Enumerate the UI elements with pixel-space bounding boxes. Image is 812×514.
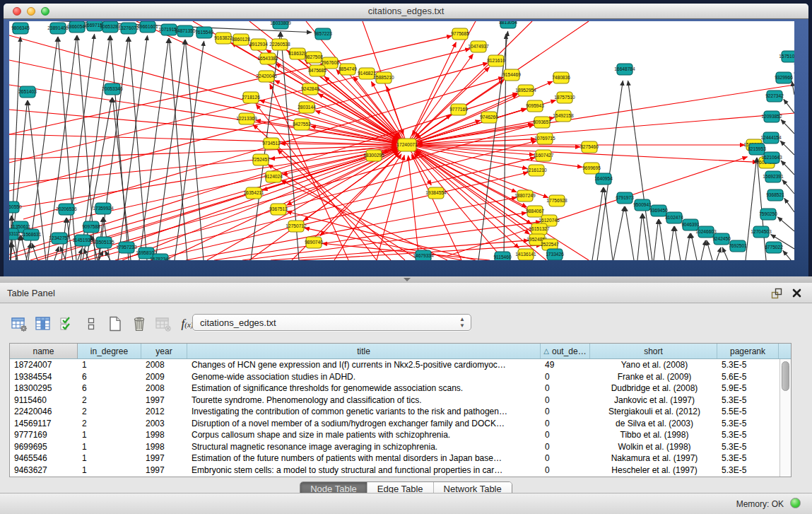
teal-node[interactable]: 8215953 — [748, 144, 766, 155]
yellow-node[interactable]: 8121610 — [487, 55, 505, 66]
yellow-node[interactable]: 10769715 — [534, 133, 555, 144]
table-row[interactable]: 1872400712008Changes of HCN gene express… — [10, 359, 779, 371]
yellow-node[interactable]: 7252457 — [252, 154, 270, 165]
yellow-node[interactable]: 9367513 — [269, 204, 288, 215]
divider-grip-icon[interactable] — [404, 278, 411, 281]
yellow-node[interactable]: 17756928 — [546, 195, 567, 206]
yellow-node[interactable]: 8860128 — [232, 34, 250, 45]
yellow-node[interactable]: 22420046 — [256, 71, 277, 82]
teal-node[interactable]: 20206536 — [56, 204, 77, 215]
table-row[interactable]: 1938455462009Genome-wide association stu… — [10, 371, 779, 383]
column-header-out_de[interactable]: △out_de… — [541, 344, 590, 358]
yellow-node[interactable]: 8854749 — [339, 64, 357, 75]
new-file-icon[interactable] — [106, 315, 124, 333]
yellow-node[interactable]: 12213369 — [236, 113, 257, 124]
teal-node[interactable]: 17359924 — [93, 203, 114, 214]
yellow-node[interactable]: 8475685 — [308, 65, 326, 76]
teal-node[interactable]: 12704503 — [751, 226, 772, 238]
hub-node[interactable]: 17240071 — [396, 139, 418, 151]
close-panel-icon[interactable] — [792, 288, 802, 298]
float-panel-icon[interactable] — [771, 288, 782, 299]
table-vertical-scrollbar[interactable] — [779, 359, 791, 477]
window-titlebar[interactable]: citations_edges.txt — [4, 4, 808, 19]
row-select-icon[interactable] — [58, 315, 76, 333]
yellow-node[interactable]: 15492158 — [553, 110, 574, 122]
table-row[interactable]: 1456911722003Disruption of a novel membe… — [10, 418, 779, 430]
teal-node[interactable]: 14871355 — [175, 25, 196, 37]
teal-node[interactable]: 1640954 — [594, 173, 613, 185]
yellow-node[interactable]: 16151327 — [529, 223, 550, 235]
teal-node[interactable]: 8813054 — [499, 21, 517, 28]
table-row[interactable]: 2242004622012Investigating the contribut… — [10, 406, 779, 418]
column-header-title[interactable]: title — [187, 344, 541, 358]
teal-node[interactable]: 16782341 — [150, 254, 171, 260]
network-graph[interactable]: 1724007191638228860128891293422260538818… — [9, 21, 794, 260]
table-row[interactable]: 946362711997Embryonic stem cells: a mode… — [10, 465, 779, 477]
yellow-node[interactable]: 2718126 — [242, 92, 260, 103]
yellow-node[interactable]: 9699695 — [582, 163, 601, 174]
teal-node[interactable]: 14679334 — [413, 250, 434, 260]
teal-node[interactable]: 1733426 — [546, 249, 564, 260]
table-row[interactable]: 1830029562008Estimation of significance … — [10, 382, 779, 395]
yellow-node[interactable]: 18807249 — [514, 190, 536, 201]
yellow-node[interactable]: 12161210 — [526, 165, 547, 176]
yellow-node[interactable]: 9163822 — [214, 33, 233, 44]
column-header-name[interactable]: name — [10, 344, 78, 358]
teal-node[interactable]: 11568631 — [21, 229, 42, 240]
network-canvas[interactable]: 1724007191638228860128891293422260538818… — [9, 21, 794, 260]
yellow-node[interactable]: 18300295 — [363, 150, 384, 161]
teal-node[interactable]: 16648784 — [614, 64, 635, 75]
table-row[interactable]: 911546021997Tourette syndrome. Phenomeno… — [10, 395, 779, 407]
teal-node[interactable]: 17957233 — [116, 242, 137, 253]
yellow-node[interactable]: 18952954 — [515, 85, 536, 96]
delete-table-icon[interactable] — [130, 315, 148, 333]
teal-node[interactable]: 13505135 — [93, 237, 114, 248]
teal-node[interactable]: 6775022 — [765, 242, 783, 253]
yellow-node[interactable]: 10474937 — [468, 41, 489, 52]
teal-node[interactable]: 9368521 — [766, 189, 784, 201]
teal-node[interactable]: 2651403 — [18, 86, 37, 98]
yellow-node[interactable]: 9775685 — [451, 28, 469, 40]
teal-node[interactable]: 12342757 — [49, 233, 70, 244]
yellow-node[interactable]: 9242848 — [301, 83, 319, 95]
teal-node[interactable]: 6791973 — [616, 192, 634, 204]
yellow-node[interactable]: 9154469 — [502, 69, 521, 81]
table-row[interactable]: 969969511998Structural magnetic resonanc… — [10, 441, 779, 453]
yellow-node[interactable]: 7480836 — [552, 72, 570, 83]
yellow-node[interactable]: 2803144 — [298, 102, 316, 113]
teal-node[interactable]: 16210643 — [761, 152, 782, 163]
rows-icon[interactable] — [82, 315, 100, 333]
table-row[interactable]: 977716911998Corpus callosum shape and si… — [10, 429, 779, 441]
column-header-year[interactable]: year — [141, 344, 187, 358]
column-header-short[interactable]: short — [590, 344, 717, 358]
yellow-node[interactable]: 18757510 — [554, 92, 575, 103]
yellow-node[interactable]: 8427552 — [293, 119, 311, 130]
yellow-node[interactable]: 15885210 — [373, 72, 394, 83]
yellow-node[interactable]: 9095943 — [526, 100, 544, 112]
yellow-node[interactable]: 9124024 — [264, 171, 283, 182]
teal-node[interactable]: 7692501 — [729, 240, 747, 252]
yellow-node[interactable]: 8275460 — [580, 141, 599, 153]
yellow-node[interactable]: 9890740 — [305, 237, 323, 248]
yellow-node[interactable]: 16543382 — [257, 53, 278, 64]
yellow-node[interactable]: 11607427 — [534, 150, 554, 161]
teal-node[interactable]: 13276072 — [118, 23, 139, 34]
yellow-node[interactable]: 8093657 — [533, 117, 551, 128]
table-settings-icon[interactable] — [10, 315, 28, 333]
table-row[interactable]: 946554611997Estimation of the future num… — [10, 452, 779, 465]
teal-node[interactable]: 7615540 — [195, 27, 213, 38]
teal-node[interactable]: 7590250 — [759, 209, 777, 220]
teal-node[interactable]: 15692391 — [763, 171, 784, 182]
teal-node[interactable]: 9857223 — [314, 28, 332, 40]
scrollbar-thumb[interactable] — [782, 361, 789, 391]
yellow-node[interactable]: 9734512 — [262, 138, 281, 149]
column-select-icon[interactable] — [34, 315, 52, 333]
teal-node[interactable]: 9115460 — [493, 252, 512, 260]
teal-node[interactable]: 20053346 — [102, 83, 123, 95]
teal-node[interactable]: 9097588 — [82, 221, 100, 233]
yellow-node[interactable]: 16354211 — [244, 187, 264, 199]
teal-node[interactable]: 11451930 — [73, 235, 93, 246]
teal-node[interactable]: 69661601 — [137, 21, 158, 33]
yellow-node[interactable]: 9746260 — [480, 112, 498, 123]
teal-node[interactable]: 12093852 — [761, 111, 782, 122]
